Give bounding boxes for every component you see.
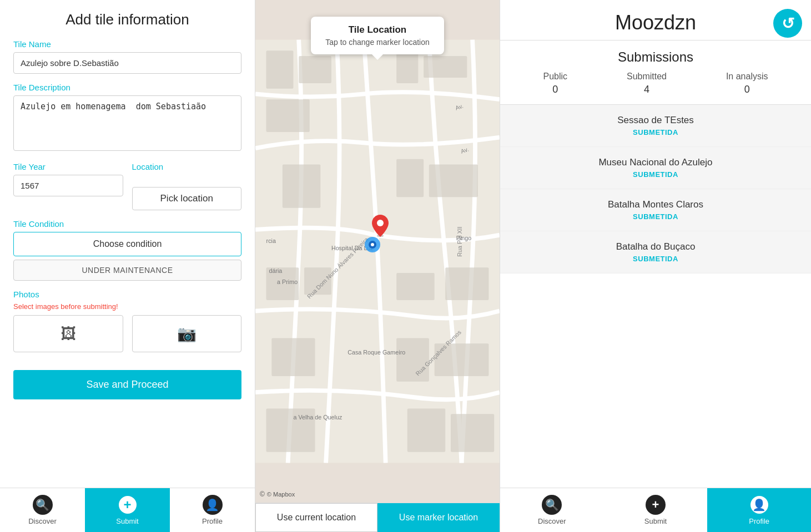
- nav-submit-right[interactable]: + Submit: [604, 488, 708, 532]
- right-panel: Moozdzn ↺ Submissions Public 0 Submitted…: [500, 0, 811, 532]
- svg-point-35: [371, 243, 374, 246]
- tile-name-input[interactable]: [13, 52, 241, 74]
- page-title: Add tile information: [13, 11, 241, 28]
- tile-description-input[interactable]: Azulejo em homenagema dom Sebastiaão: [13, 95, 241, 151]
- submission-status: SUBMETIDA: [513, 212, 798, 221]
- map-panel: Rua Dom Nuno Álvares Pereira Rua Gonçalv…: [255, 0, 500, 532]
- submission-name: Sessao de TEstes: [513, 115, 798, 126]
- tile-location-popup: Tile Location Tap to change marker locat…: [311, 17, 444, 54]
- left-panel: Add tile information Tile Name Tile Desc…: [0, 0, 255, 532]
- svg-rect-7: [396, 159, 424, 197]
- tile-name-field: Tile Name: [13, 39, 241, 83]
- tile-year-field: Tile Year: [13, 162, 123, 196]
- stat-in-analysis-label: In analysis: [726, 72, 768, 82]
- choose-condition-button[interactable]: Choose condition: [13, 232, 241, 256]
- discover-icon-left: 🔍: [33, 495, 53, 515]
- tile-year-label: Tile Year: [13, 162, 123, 171]
- submission-item[interactable]: Batalha Montes Claros SUBMETIDA: [500, 189, 811, 231]
- submission-item[interactable]: Batalha do Buçaco SUBMETIDA: [500, 231, 811, 273]
- svg-text:rcia: rcia: [266, 237, 276, 244]
- stat-in-analysis: In analysis 0: [726, 72, 768, 95]
- stat-public: Public 0: [543, 72, 567, 95]
- svg-rect-2: [299, 56, 331, 83]
- mapbox-text: © Mapbox: [267, 491, 295, 498]
- svg-text:dária: dária: [269, 267, 282, 274]
- gallery-button[interactable]: 🖼: [13, 315, 123, 352]
- location-label: Location: [132, 162, 242, 171]
- submission-item[interactable]: Museu Nacional do Azulejo SUBMETIDA: [500, 147, 811, 189]
- submissions-section: Submissions Public 0 Submitted 4 In anal…: [500, 40, 811, 105]
- svg-rect-17: [407, 409, 445, 452]
- nav-profile-label-left: Profile: [202, 517, 223, 525]
- bottom-nav-right: 🔍 Discover + Submit 👤 Profile: [500, 488, 811, 532]
- stat-public-value: 0: [552, 84, 558, 95]
- profile-icon-left: 👤: [203, 495, 223, 515]
- condition-badge: UNDER MAINTENANCE: [13, 260, 241, 281]
- camera-icon: 📷: [177, 325, 197, 343]
- profile-icon-right: 👤: [749, 495, 769, 515]
- use-current-location-button[interactable]: Use current location: [255, 503, 377, 532]
- map-markers[interactable]: [369, 220, 386, 252]
- svg-text:a Velha de Queluz: a Velha de Queluz: [293, 414, 342, 420]
- stat-public-label: Public: [543, 72, 567, 82]
- tile-name-label: Tile Name: [13, 39, 241, 49]
- location-field: Location Pick location: [132, 162, 242, 210]
- svg-text:Pingo: Pingo: [456, 235, 472, 241]
- refresh-button[interactable]: ↺: [773, 9, 802, 38]
- save-proceed-button[interactable]: Save and Proceed: [13, 370, 241, 399]
- svg-rect-18: [451, 414, 494, 452]
- submission-status: SUBMETIDA: [513, 170, 798, 179]
- submissions-title: Submissions: [513, 49, 798, 65]
- svg-rect-11: [396, 273, 434, 300]
- submission-name: Batalha do Buçaco: [513, 241, 798, 252]
- use-marker-location-button[interactable]: Use marker location: [377, 503, 500, 532]
- nav-discover-left[interactable]: 🔍 Discover: [0, 488, 85, 532]
- pick-location-button[interactable]: Pick location: [132, 187, 242, 210]
- svg-text:a Primo: a Primo: [277, 278, 298, 285]
- stat-submitted: Submitted 4: [627, 72, 667, 95]
- popup-title: Tile Location: [322, 24, 433, 36]
- tile-condition-label: Tile Condition: [13, 219, 241, 229]
- svg-rect-8: [429, 165, 478, 197]
- submission-item[interactable]: Sessao de TEstes SUBMETIDA: [500, 105, 811, 147]
- map-bottom-buttons: Use current location Use marker location: [255, 503, 500, 532]
- right-header: Moozdzn ↺: [500, 0, 811, 40]
- nav-discover-right[interactable]: 🔍 Discover: [500, 488, 604, 532]
- right-content: Moozdzn ↺ Submissions Public 0 Submitted…: [500, 0, 811, 488]
- nav-discover-label-left: Discover: [28, 517, 57, 525]
- discover-icon-right: 🔍: [542, 495, 562, 515]
- map-area[interactable]: Rua Dom Nuno Álvares Pereira Rua Gonçalv…: [255, 0, 500, 503]
- svg-rect-12: [445, 267, 488, 300]
- nav-submit-label-right: Submit: [644, 517, 667, 525]
- stat-submitted-value: 4: [644, 84, 649, 95]
- nav-submit-left[interactable]: + Submit: [85, 488, 170, 532]
- tile-year-input[interactable]: [13, 175, 123, 196]
- tile-description-field: Tile Description Azulejo em homenagema d…: [13, 83, 241, 162]
- svg-text:Rua Pio XII: Rua Pio XII: [456, 226, 463, 256]
- app-title: Moozdzn: [513, 11, 798, 34]
- svg-rect-6: [283, 165, 320, 208]
- bottom-nav-left: 🔍 Discover + Submit 👤 Profile: [0, 488, 255, 532]
- photos-label: Photos: [13, 290, 241, 299]
- camera-button[interactable]: 📷: [132, 315, 242, 352]
- popup-subtitle: Tap to change marker location: [322, 38, 433, 47]
- submission-name: Batalha Montes Claros: [513, 199, 798, 210]
- submission-list: Sessao de TEstes SUBMETIDA Museu Naciona…: [500, 105, 811, 273]
- svg-rect-13: [271, 338, 315, 376]
- svg-rect-14: [396, 338, 429, 381]
- photos-error: Select images before submitting!: [13, 302, 241, 311]
- refresh-icon: ↺: [782, 14, 794, 33]
- submission-name: Museu Nacional do Azulejo: [513, 157, 798, 168]
- submission-status: SUBMETIDA: [513, 128, 798, 136]
- nav-discover-label-right: Discover: [538, 517, 566, 525]
- submit-icon-left: +: [118, 495, 138, 515]
- svg-rect-4: [396, 50, 418, 83]
- tile-description-label: Tile Description: [13, 83, 241, 92]
- nav-profile-left[interactable]: 👤 Profile: [170, 488, 255, 532]
- submit-icon-right: +: [646, 495, 666, 515]
- svg-text:Casa Roque Gameiro: Casa Roque Gameiro: [347, 349, 405, 356]
- mapbox-logo: © © Mapbox: [260, 490, 295, 498]
- submission-status: SUBMETIDA: [513, 255, 798, 263]
- nav-profile-right[interactable]: 👤 Profile: [707, 488, 811, 532]
- svg-rect-5: [424, 56, 467, 78]
